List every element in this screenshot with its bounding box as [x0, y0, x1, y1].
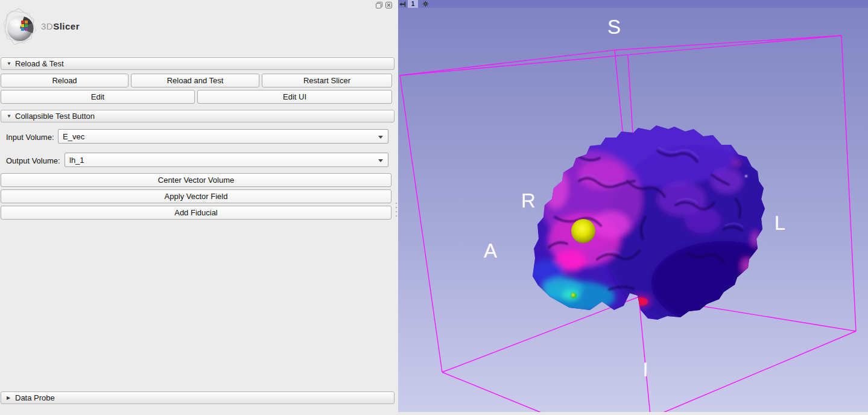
3d-scene[interactable]: [398, 0, 868, 415]
chevron-down-icon: ▼: [7, 113, 15, 119]
orientation-label-inferior: I: [642, 358, 648, 381]
view3d-viewport[interactable]: 1 S R A L I: [398, 0, 868, 415]
section-title: Collapsible Test Button: [15, 112, 95, 121]
apply-vector-field-button[interactable]: Apply Vector Field: [1, 189, 391, 203]
center-vector-volume-button[interactable]: Center Vector Volume: [1, 173, 391, 187]
orientation-label-right: R: [521, 189, 536, 212]
input-volume-combobox[interactable]: E_vec: [58, 129, 388, 144]
slicer-logo-icon: [2, 7, 40, 47]
output-volume-combobox[interactable]: lh_1: [65, 153, 388, 167]
slicer-window: 3DSlicer ▼ Reload & Test Reload Reload a…: [0, 0, 868, 415]
float-icon[interactable]: [375, 1, 383, 9]
section-title: Data Probe: [15, 393, 55, 402]
fiducial-marker[interactable]: [571, 219, 595, 243]
view3d-tab[interactable]: 1: [408, 0, 418, 8]
section-title: Reload & Test: [15, 59, 64, 68]
combo-arrow-icon: [378, 159, 383, 162]
section-collapsible-test-button[interactable]: ▼ Collapsible Test Button: [1, 110, 394, 122]
gear-icon[interactable]: [422, 0, 429, 8]
output-volume-value: lh_1: [69, 156, 84, 165]
app-title: 3DSlicer: [41, 21, 80, 31]
orientation-label-left: L: [775, 212, 785, 235]
input-volume-label: Input Volume:: [6, 133, 54, 142]
app-logo: 3DSlicer: [2, 6, 183, 48]
chevron-down-icon: ▼: [7, 61, 15, 66]
input-volume-value: E_vec: [63, 132, 84, 141]
pin-icon[interactable]: [398, 0, 406, 8]
output-volume-label: Output Volume:: [6, 156, 60, 165]
edit-ui-button[interactable]: Edit UI: [197, 90, 392, 104]
orientation-label-anterior: A: [484, 239, 497, 262]
chevron-right-icon: ▶: [7, 395, 15, 401]
combo-arrow-icon: [378, 136, 383, 139]
module-panel: 3DSlicer ▼ Reload & Test Reload Reload a…: [0, 0, 395, 415]
close-icon[interactable]: [385, 1, 393, 9]
window-bottom-edge: [398, 412, 868, 415]
reload-button[interactable]: Reload: [1, 74, 128, 87]
restart-slicer-button[interactable]: Restart Slicer: [262, 74, 392, 87]
add-fiducial-button[interactable]: Add Fiducial: [1, 206, 391, 220]
edit-button[interactable]: Edit: [1, 90, 195, 104]
section-reload-and-test[interactable]: ▼ Reload & Test: [1, 57, 394, 70]
section-data-probe[interactable]: ▶ Data Probe: [1, 391, 394, 404]
orientation-label-superior: S: [607, 16, 621, 39]
view3d-controller-bar: 1: [398, 0, 868, 8]
app-title-prefix: 3D: [41, 21, 53, 31]
reload-and-test-button[interactable]: Reload and Test: [131, 74, 259, 87]
app-title-name: Slicer: [53, 21, 80, 31]
